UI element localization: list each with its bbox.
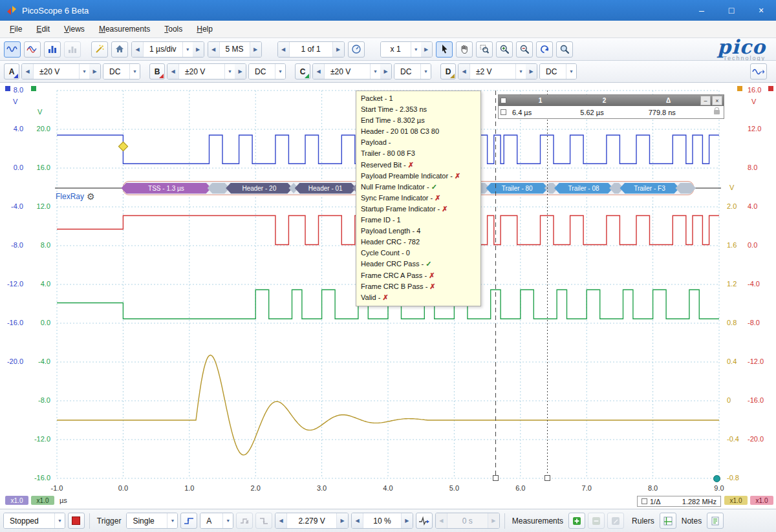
channel-d-coupling-dropdown-icon[interactable]: ▼ bbox=[566, 64, 576, 79]
samples-value[interactable]: 5 MS bbox=[219, 42, 250, 57]
trigger-edge-button[interactable] bbox=[180, 513, 197, 529]
channel-d-range-increase-button[interactable]: ▶ bbox=[526, 64, 537, 79]
menu-help[interactable]: Help bbox=[189, 22, 220, 36]
decode-segment-header-20[interactable]: Header - 20 bbox=[226, 183, 292, 194]
channel-c-range-increase-button[interactable]: ▶ bbox=[380, 64, 391, 79]
timebase-increase-button[interactable]: ▶ bbox=[193, 42, 204, 57]
channel-b-coupling-value[interactable]: DC bbox=[249, 64, 275, 79]
edit-measurement-button[interactable] bbox=[607, 513, 624, 529]
previous-buffer-button[interactable]: ◀ bbox=[278, 42, 289, 57]
channel-c-coupling-control[interactable]: DC▼ bbox=[394, 63, 431, 80]
delay-value[interactable]: 0 s bbox=[447, 513, 488, 528]
zoom-out-button[interactable] bbox=[516, 41, 533, 58]
menu-tools[interactable]: Tools bbox=[157, 22, 189, 36]
channel-a-range-dropdown-icon[interactable]: ▼ bbox=[80, 64, 89, 79]
pointer-tool-button[interactable] bbox=[436, 41, 453, 58]
channel-b-range-dropdown-icon[interactable]: ▼ bbox=[225, 64, 235, 79]
persistence-view-button[interactable] bbox=[24, 41, 41, 58]
advanced-trigger-button[interactable] bbox=[236, 513, 253, 529]
trigger-source-value[interactable]: A bbox=[200, 513, 223, 528]
channel-c-range-value[interactable]: ±20 V bbox=[324, 64, 371, 79]
ruler-legend-header[interactable]: 1 2 Δ – × bbox=[499, 95, 724, 106]
delay-decrease-button[interactable]: ◀ bbox=[436, 513, 447, 528]
maximize-button[interactable]: □ bbox=[717, 0, 746, 21]
marquee-zoom-button[interactable] bbox=[476, 41, 493, 58]
buffer-page-value[interactable]: 1 of 1 bbox=[289, 42, 333, 57]
channel-c-coupling-value[interactable]: DC bbox=[394, 64, 421, 79]
run-state-dropdown-icon[interactable]: ▼ bbox=[55, 513, 65, 528]
channel-d-zero-marker[interactable] bbox=[713, 475, 720, 482]
close-button[interactable]: × bbox=[746, 0, 776, 21]
channel-d-range-decrease-button[interactable]: ◀ bbox=[458, 64, 469, 79]
channel-a-coupling-control[interactable]: DC▼ bbox=[103, 63, 140, 80]
decode-segment-header-01[interactable]: Header - 01 bbox=[295, 183, 356, 194]
trigger-timing-button[interactable] bbox=[416, 513, 433, 529]
lock-icon[interactable] bbox=[714, 110, 720, 114]
channel-d-button[interactable]: D bbox=[440, 63, 456, 80]
trigger-level-increase-button[interactable]: ▶ bbox=[337, 513, 348, 528]
minimize-button[interactable]: – bbox=[687, 0, 717, 21]
auto-setup-button[interactable] bbox=[91, 41, 108, 58]
menu-measurements[interactable]: Measurements bbox=[92, 22, 157, 36]
time-ruler-1[interactable] bbox=[547, 90, 548, 478]
timebase-dropdown-icon[interactable]: ▼ bbox=[183, 42, 193, 57]
channel-c-range-decrease-button[interactable]: ◀ bbox=[313, 64, 324, 79]
channel-c-axis-handle[interactable] bbox=[31, 86, 36, 91]
trigger-mode-dropdown-icon[interactable]: ▼ bbox=[167, 513, 177, 528]
samples-increase-button[interactable]: ▶ bbox=[250, 42, 261, 57]
run-state-value[interactable]: Stopped bbox=[4, 513, 55, 528]
blue-axis-zoom-badge[interactable]: x1.0 bbox=[5, 496, 28, 505]
channel-a-button[interactable]: A bbox=[4, 63, 19, 80]
trigger-source-control[interactable]: A ▼ bbox=[200, 513, 233, 529]
channel-d-range-dropdown-icon[interactable]: ▼ bbox=[516, 64, 526, 79]
hand-tool-button[interactable] bbox=[456, 41, 473, 58]
channel-d-range-value[interactable]: ±2 V bbox=[469, 64, 516, 79]
delay-increase-button[interactable]: ▶ bbox=[488, 513, 499, 528]
time-ruler-2[interactable] bbox=[495, 90, 496, 478]
channel-d-coupling-control[interactable]: DC▼ bbox=[539, 63, 577, 80]
home-button[interactable] bbox=[111, 41, 128, 58]
add-measurement-button[interactable] bbox=[568, 513, 585, 529]
run-state-control[interactable]: Stopped ▼ bbox=[3, 513, 65, 529]
record-button[interactable] bbox=[68, 513, 85, 529]
channel-d-coupling-value[interactable]: DC bbox=[540, 64, 566, 79]
decode-segment-trailer-08[interactable]: Trailer - 08 bbox=[554, 183, 613, 194]
timebase-value[interactable]: 1 µs/div bbox=[143, 42, 183, 57]
trigger-level-decrease-button[interactable]: ◀ bbox=[275, 513, 286, 528]
channel-c-range-dropdown-icon[interactable]: ▼ bbox=[371, 64, 380, 79]
green-axis-zoom-badge[interactable]: x1.0 bbox=[31, 496, 54, 505]
channel-b-coupling-control[interactable]: DC▼ bbox=[248, 63, 286, 80]
pre-trigger-value[interactable]: 10 % bbox=[363, 513, 402, 528]
menu-edit[interactable]: Edit bbox=[29, 22, 57, 36]
zoom-in-button[interactable] bbox=[496, 41, 513, 58]
channel-b-range-decrease-button[interactable]: ◀ bbox=[167, 64, 178, 79]
channel-b-coupling-dropdown-icon[interactable]: ▼ bbox=[275, 64, 285, 79]
pre-trigger-increase-button[interactable]: ▶ bbox=[402, 513, 413, 528]
scope-view-button[interactable] bbox=[4, 41, 21, 58]
trigger-source-dropdown-icon[interactable]: ▼ bbox=[223, 513, 233, 528]
menu-views[interactable]: Views bbox=[57, 22, 92, 36]
undo-zoom-button[interactable] bbox=[536, 41, 553, 58]
time-ruler-1-handle[interactable] bbox=[544, 475, 550, 481]
histogram-view-button[interactable] bbox=[64, 41, 81, 58]
zoom-factor-value[interactable]: x 1 bbox=[381, 42, 411, 57]
decoder-name-label[interactable]: FlexRay ⚙ bbox=[56, 191, 95, 202]
channel-c-button[interactable]: C bbox=[295, 63, 310, 80]
trigger-mode-value[interactable]: Single bbox=[127, 513, 167, 528]
legend-row-handle-icon[interactable] bbox=[501, 109, 506, 115]
buffer-navigator-button[interactable] bbox=[348, 41, 365, 58]
channel-a-range-decrease-button[interactable]: ◀ bbox=[22, 64, 33, 79]
yellow-axis-zoom-badge[interactable]: x1.0 bbox=[724, 496, 748, 505]
legend-close-button[interactable]: × bbox=[712, 96, 722, 105]
rulers-button[interactable] bbox=[660, 513, 676, 529]
ruler-legend[interactable]: 1 2 Δ – × 6.4 µs 5.62 µs 779.8 ns bbox=[498, 94, 724, 119]
falling-edge-button[interactable] bbox=[255, 513, 272, 529]
channel-b-range-increase-button[interactable]: ▶ bbox=[235, 64, 246, 79]
channel-d-axis-handle[interactable] bbox=[737, 86, 742, 91]
channel-a-range-value[interactable]: ±20 V bbox=[33, 64, 80, 79]
channel-b-axis-handle[interactable] bbox=[768, 86, 773, 91]
trigger-level-value[interactable]: 2.279 V bbox=[286, 513, 337, 528]
red-axis-zoom-badge[interactable]: x1.0 bbox=[750, 496, 773, 505]
gear-icon[interactable]: ⚙ bbox=[87, 191, 95, 202]
channel-a-coupling-value[interactable]: DC bbox=[103, 64, 130, 79]
